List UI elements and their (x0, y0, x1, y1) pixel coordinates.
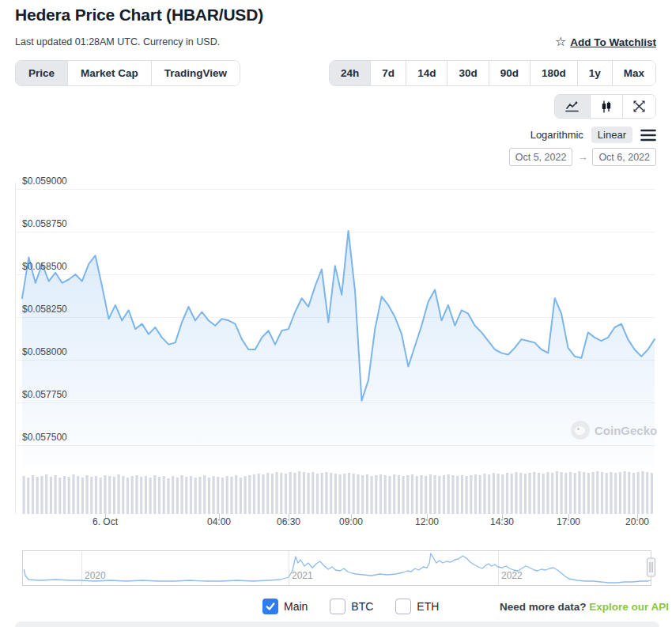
volume-bar (388, 476, 391, 514)
volume-bar (27, 478, 29, 514)
volume-bar (384, 475, 387, 514)
volume-bar (163, 476, 165, 514)
star-icon: ☆ (555, 36, 566, 48)
volume-bar (81, 478, 84, 514)
volume-bar (519, 473, 522, 514)
navigator-year-label: 2021 (292, 570, 313, 581)
series-legend: Main BTC ETH (262, 599, 439, 614)
explore-api-link[interactable]: Explore our API (589, 601, 669, 613)
volume-bar (601, 472, 603, 514)
volume-bar (587, 473, 590, 514)
checkbox-main-checked[interactable] (262, 599, 278, 614)
volume-bar (524, 474, 527, 514)
volume-bar (578, 471, 580, 514)
volume-bar (564, 473, 567, 514)
volume-bar (149, 478, 152, 514)
volume-bar (357, 474, 359, 514)
add-to-watchlist-button[interactable]: ☆ Add To Watchlist (555, 36, 656, 48)
volume-bar (361, 475, 364, 514)
volume-bar (90, 477, 92, 514)
volume-bar (276, 472, 278, 514)
volume-bar (456, 476, 459, 514)
volume-bar (402, 476, 405, 514)
range-24h[interactable]: 24h (330, 61, 370, 85)
tab-price[interactable]: Price (16, 61, 67, 85)
volume-bar (226, 476, 228, 514)
volume-bar (334, 474, 337, 514)
checkbox-btc-unchecked[interactable] (330, 599, 345, 614)
range-14d[interactable]: 14d (406, 61, 447, 85)
volume-bar (406, 475, 409, 514)
volume-bar (190, 476, 192, 514)
line-chart-icon-button[interactable] (555, 95, 590, 118)
volume-bar (501, 474, 504, 514)
range-90d[interactable]: 90d (489, 61, 530, 85)
volume-bar (135, 475, 138, 514)
line-chart-icon (565, 101, 580, 112)
volume-bar (40, 476, 43, 514)
volume-bar (511, 474, 513, 514)
volume-bar (316, 474, 319, 514)
volume-bar (497, 474, 500, 514)
volume-bar (95, 476, 97, 514)
x-axis-label: 17:00 (557, 516, 580, 527)
legend-item-eth[interactable]: ETH (395, 599, 439, 614)
volume-bar (330, 473, 332, 514)
volume-bar (628, 472, 630, 514)
range-180d[interactable]: 180d (530, 61, 577, 85)
volume-bar (398, 475, 400, 514)
navigator-handle[interactable] (647, 558, 655, 576)
volume-bar (393, 474, 395, 514)
volume-bar (59, 478, 61, 514)
volume-bar (208, 478, 210, 514)
fullscreen-icon-button[interactable] (622, 95, 655, 118)
candlestick-icon-button[interactable] (590, 95, 622, 118)
volume-bar (632, 473, 635, 514)
x-axis-label: 09:00 (339, 516, 363, 527)
volume-bar (118, 474, 120, 514)
volume-bar (379, 474, 382, 514)
chart-mode-tabs: Price Market Cap TradingView (15, 60, 240, 86)
watchlist-label: Add To Watchlist (570, 36, 656, 48)
range-30d[interactable]: 30d (447, 61, 488, 85)
volume-bar (561, 472, 563, 514)
volume-bar (181, 475, 183, 514)
volume-bar (55, 475, 57, 514)
range-7d[interactable]: 7d (370, 61, 406, 85)
range-1y[interactable]: 1y (577, 61, 612, 85)
volume-bar (240, 478, 242, 514)
tab-tradingview[interactable]: TradingView (151, 61, 240, 85)
volume-bar (104, 475, 106, 514)
menu-icon[interactable] (640, 129, 656, 142)
y-axis-label: $0.058750 (22, 218, 67, 229)
checkbox-eth-unchecked[interactable] (395, 599, 411, 614)
volume-bar (574, 473, 576, 514)
legend-item-btc[interactable]: BTC (330, 599, 373, 614)
volume-bar (479, 475, 481, 514)
volume-bar (311, 472, 314, 514)
volume-bar (213, 476, 215, 514)
date-from-input[interactable]: Oct 5, 2022 (509, 148, 573, 166)
volume-bar (583, 472, 585, 514)
legend-item-main[interactable]: Main (262, 599, 308, 614)
tab-market-cap[interactable]: Market Cap (67, 61, 151, 85)
arrow-right-icon: → (577, 151, 587, 163)
scale-logarithmic-option[interactable]: Logarithmic (530, 129, 583, 141)
scale-linear-option[interactable]: Linear (591, 127, 632, 143)
volume-bar (230, 477, 232, 514)
volume-bar (606, 473, 608, 514)
volume-bar (303, 472, 305, 514)
volume-bar (651, 473, 653, 514)
volume-bar (36, 477, 39, 514)
volume-bar (23, 476, 25, 514)
volume-bar (248, 475, 251, 514)
volume-bar (614, 473, 617, 514)
volume-bar (425, 476, 427, 514)
date-to-input[interactable]: Oct 6, 2022 (592, 148, 656, 166)
need-more-data-text: Need more data? (500, 601, 587, 613)
x-axis-label: 20:00 (625, 516, 649, 527)
volume-bar (293, 473, 296, 514)
range-max[interactable]: Max (612, 61, 655, 85)
volume-bar (145, 476, 147, 514)
volume-bar (262, 474, 264, 514)
